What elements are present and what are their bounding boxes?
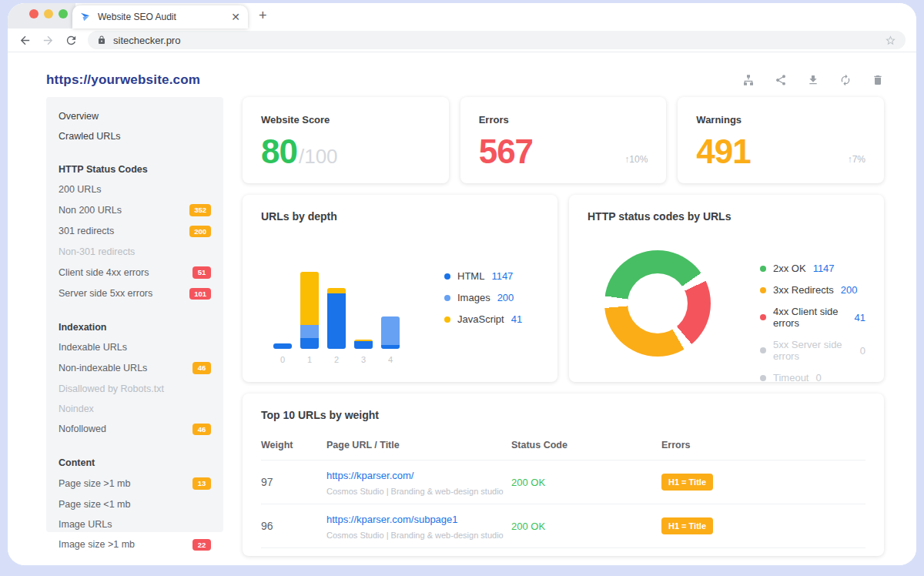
- bar-segment-javascript: [327, 288, 346, 293]
- top-urls-title: Top 10 URLs by weight: [261, 409, 865, 421]
- top-urls-card: Top 10 URLs by weight WeightPage URL / T…: [243, 393, 884, 556]
- count-badge: 13: [192, 477, 211, 490]
- sidebar-item-label: Server side 5xx errors: [59, 288, 152, 299]
- stat-card-warnings: Warnings491↑7%: [678, 97, 884, 183]
- sidebar-item-label: 301 redirects: [59, 226, 114, 236]
- trash-icon[interactable]: [872, 74, 884, 86]
- stat-value: 567: [479, 135, 533, 169]
- legend-label: 5xx Server side errors: [773, 339, 853, 362]
- tab-close-icon[interactable]: ✕: [231, 12, 240, 22]
- x-tick-label: 3: [354, 355, 373, 364]
- sidebar-item-non-200-urls[interactable]: Non 200 URLs352: [46, 199, 223, 221]
- count-badge: 200: [189, 226, 211, 238]
- stat-value: 491: [696, 135, 750, 169]
- legend-label: 3xx Redirects: [773, 284, 834, 296]
- legend-dot-icon: [444, 295, 450, 301]
- page-url-link[interactable]: https://kparser.com/subpage1: [326, 514, 458, 525]
- bar-chart-legend: HTML1147Images200JavaScript41: [444, 270, 522, 364]
- sidebar-item-overview[interactable]: Overview: [46, 106, 223, 126]
- sidebar-item-nofollowed[interactable]: Nofollowed46: [46, 419, 223, 440]
- sidebar-section-http-status-codes: HTTP Status Codes: [46, 159, 223, 179]
- back-icon[interactable]: [18, 34, 32, 47]
- sidebar-item-server-side-5xx-errors[interactable]: Server side 5xx errors101: [46, 283, 223, 305]
- sidebar-item-image-size-1-mb[interactable]: Image size >1 mb22: [46, 534, 223, 556]
- sidebar-item-page-size-1-mb[interactable]: Page size <1 mb: [46, 494, 223, 514]
- stat-value-row: 567: [479, 135, 648, 169]
- legend-item-4xx-client-side-errors[interactable]: 4xx Client side errors41: [760, 306, 865, 329]
- share-icon[interactable]: [775, 74, 787, 86]
- reload-icon[interactable]: [65, 34, 78, 47]
- legend-value: 41: [511, 313, 522, 325]
- error-badge: H1 = Title: [661, 474, 713, 491]
- count-badge: 51: [192, 266, 211, 279]
- new-tab-button[interactable]: +: [259, 8, 267, 22]
- stat-value-suffix: /100: [299, 145, 338, 169]
- sidebar-item-crawled-urls[interactable]: Crawled URLs: [46, 126, 223, 146]
- download-icon[interactable]: [807, 74, 819, 86]
- stat-label: Warnings: [696, 114, 865, 126]
- browser-toolbar: sitechecker.pro: [8, 28, 916, 52]
- sidebar-item-non-indexable-urls[interactable]: Non-indexable URLs46: [46, 357, 223, 379]
- site-favicon-icon: [80, 12, 91, 22]
- sidebar-item-image-urls[interactable]: Image URLs: [46, 514, 223, 534]
- sidebar-item-200-urls[interactable]: 200 URLs: [46, 179, 223, 199]
- column-header-page-url-title: Page URL / Title: [326, 432, 511, 460]
- bookmark-star-icon[interactable]: [885, 35, 896, 46]
- sidebar-item-label: Page size <1 mb: [59, 499, 130, 510]
- bar-depth-0: [273, 343, 292, 349]
- legend-item-html[interactable]: HTML1147: [444, 270, 522, 282]
- column-header-errors: Errors: [661, 432, 865, 460]
- close-window-button[interactable]: [29, 9, 38, 18]
- header-actions: [742, 74, 884, 86]
- bar-segment-html: [354, 341, 373, 349]
- sidebar-item-noindex: Noindex: [46, 399, 223, 419]
- legend-item-5xx-server-side-errors[interactable]: 5xx Server side errors0: [760, 339, 865, 362]
- urls-by-depth-title: URLs by depth: [261, 210, 539, 223]
- legend-label: HTML: [457, 270, 484, 282]
- address-bar[interactable]: sitechecker.pro: [88, 31, 906, 49]
- refresh-icon[interactable]: [839, 74, 852, 86]
- bar-segment-images: [300, 325, 319, 338]
- legend-item-images[interactable]: Images200: [444, 292, 522, 303]
- legend-item-3xx-redirects[interactable]: 3xx Redirects200: [760, 284, 865, 296]
- legend-label: Images: [457, 292, 490, 303]
- legend-item-2xx-ok[interactable]: 2xx OK1147: [760, 263, 865, 274]
- table-row: 97https://kparser.com/Cosmos Studio | Br…: [261, 460, 865, 504]
- legend-dot-icon: [760, 375, 766, 381]
- audited-site-url: https://yourwebsite.com: [46, 72, 200, 88]
- legend-dot-icon: [760, 266, 766, 272]
- legend-value: 200: [841, 284, 858, 296]
- url-cell: https://kparser.com/subpage1Cosmos Studi…: [326, 504, 511, 548]
- minimize-window-button[interactable]: [44, 9, 53, 18]
- legend-dot-icon: [760, 314, 766, 320]
- dashboard-page: https://yourwebsite.com: [8, 52, 916, 565]
- forward-icon[interactable]: [42, 34, 55, 47]
- count-badge: 352: [189, 204, 211, 216]
- zoom-window-button[interactable]: [59, 9, 68, 18]
- tab-strip: Website SEO Audit ✕ +: [8, 3, 916, 28]
- sidebar-item-label: Client side 4xx errors: [59, 267, 149, 278]
- legend-value: 200: [497, 292, 514, 303]
- sitemap-icon[interactable]: [742, 74, 755, 86]
- legend-dot-icon: [760, 287, 766, 293]
- legend-item-javascript[interactable]: JavaScript41: [444, 313, 522, 325]
- main-content: Website Score80/100Errors567↑10%Warnings…: [243, 97, 884, 556]
- bar-depth-2: [327, 288, 346, 349]
- sidebar-item-label: Non-indexable URLs: [59, 363, 147, 373]
- errors-cell: H1 = Title: [661, 504, 865, 548]
- sidebar-item-label: Overview: [59, 111, 99, 122]
- sidebar-item-page-size-1-mb[interactable]: Page size >1 mb13: [46, 473, 223, 494]
- browser-tab[interactable]: Website SEO Audit ✕: [72, 5, 248, 28]
- sidebar-item-indexable-urls[interactable]: Indexable URLs: [46, 337, 223, 357]
- sidebar-item-client-side-4xx-errors[interactable]: Client side 4xx errors51: [46, 262, 223, 283]
- x-tick-label: 0: [273, 355, 292, 364]
- sidebar-section-indexation: Indexation: [46, 317, 223, 337]
- sidebar-item-non-301-redirects: Non-301 redirects: [46, 242, 223, 262]
- sidebar-item-label: Disallowed by Robots.txt: [59, 383, 164, 394]
- sidebar-item-301-redirects[interactable]: 301 redirects200: [46, 221, 223, 243]
- sidebar-item-label: Noindex: [59, 404, 94, 414]
- bar-depth-1: [300, 272, 319, 349]
- legend-item-timeout[interactable]: Timeout0: [760, 372, 865, 383]
- page-url-link[interactable]: https://kparser.com/: [326, 470, 413, 481]
- charts-row: URLs by depth 01234 HTML1147Images200Jav…: [243, 195, 884, 382]
